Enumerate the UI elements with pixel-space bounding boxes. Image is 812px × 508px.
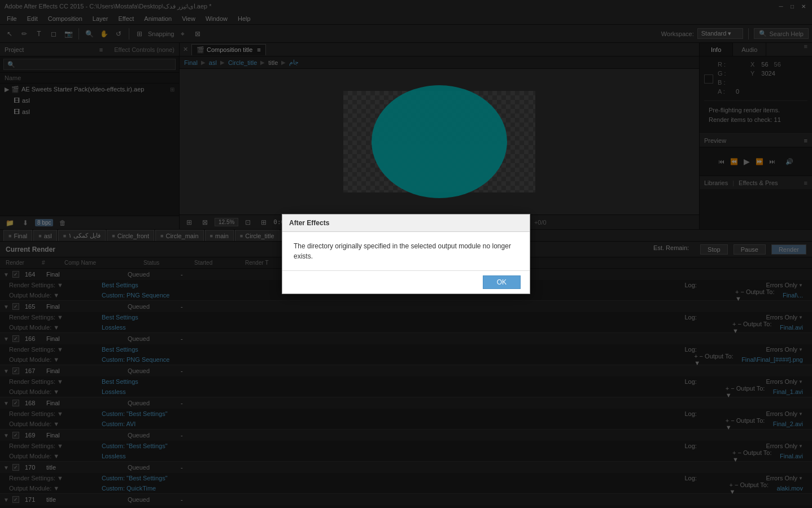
dialog-title: After Effects — [289, 219, 329, 227]
dialog-footer: OK — [282, 270, 530, 294]
dialog-ok-button[interactable]: OK — [483, 275, 521, 289]
dialog-message: The directory originally specified in th… — [294, 242, 511, 260]
dialog-overlay: After Effects The directory originally s… — [0, 0, 812, 508]
dialog-title-bar: After Effects — [282, 214, 530, 232]
dialog-box: After Effects The directory originally s… — [282, 214, 530, 294]
dialog-body: The directory originally specified in th… — [282, 232, 530, 270]
